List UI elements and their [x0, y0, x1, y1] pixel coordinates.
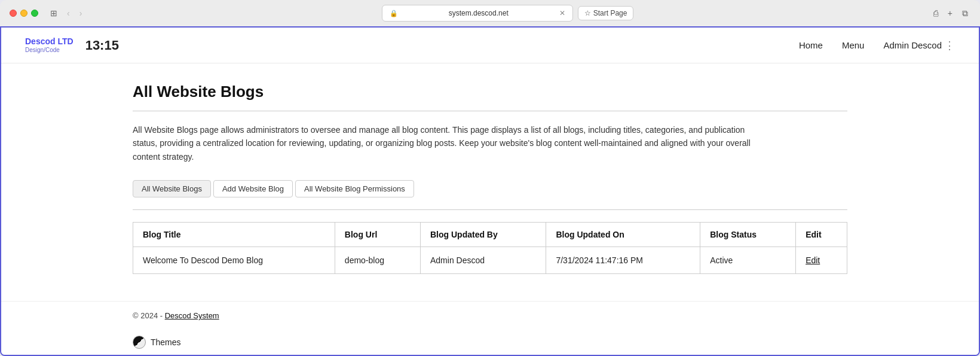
tab-all-blogs[interactable]: All Website Blogs	[133, 180, 211, 197]
site-footer: © 2024 - Descod System	[1, 301, 979, 330]
table-header: Blog Title Blog Url Blog Updated By Blog…	[133, 223, 847, 247]
lock-icon: 🔒	[390, 10, 398, 17]
nav-links: Home Menu Admin Descod ⋮	[799, 39, 955, 52]
back-button[interactable]: ‹	[65, 7, 72, 19]
browser-window: Descod LTD Design/Code 13:15 Home Menu A…	[0, 26, 980, 356]
star-icon: ☆	[584, 9, 591, 17]
site-logo: Descod LTD Design/Code	[25, 37, 74, 53]
browser-titlebar: ⊞ ‹ › 🔒 system.descod.net ✕ ☆ Start Page…	[0, 0, 980, 26]
nav-home[interactable]: Home	[799, 40, 823, 50]
page-description: All Website Blogs page allows administra…	[133, 123, 760, 163]
site-time: 13:15	[85, 38, 119, 53]
forward-button: ›	[77, 7, 85, 19]
col-blog-updated-by: Blog Updated By	[420, 223, 546, 247]
logo-name: Descod LTD	[25, 37, 74, 46]
new-tab-button[interactable]: +	[945, 7, 955, 19]
cell-blog-updated-on: 7/31/2024 11:47:16 PM	[546, 247, 700, 274]
start-page-button[interactable]: ☆ Start Page	[578, 6, 634, 20]
main-content: All Website Blogs All Website Blogs page…	[1, 63, 979, 301]
url-text: system.descod.net	[402, 9, 556, 17]
nav-admin-dots: ⋮	[944, 39, 955, 52]
col-blog-title: Blog Title	[133, 223, 335, 247]
footer-link[interactable]: Descod System	[165, 311, 219, 320]
site-navbar: Descod LTD Design/Code 13:15 Home Menu A…	[1, 28, 979, 63]
close-button[interactable]	[10, 10, 17, 17]
cell-blog-updated-by: Admin Descod	[420, 247, 546, 274]
extensions-button[interactable]: ⧉	[960, 7, 970, 20]
themes-label[interactable]: Themes	[151, 337, 181, 347]
edit-link[interactable]: Edit	[806, 255, 820, 265]
address-bar[interactable]: 🔒 system.descod.net ✕	[382, 5, 573, 22]
share-button[interactable]: ⎙	[931, 7, 941, 19]
start-page-label: Start Page	[593, 9, 627, 17]
col-blog-status: Blog Status	[700, 223, 796, 247]
tab-blog-permissions[interactable]: All Website Blog Permissions	[295, 180, 414, 197]
table-divider	[133, 209, 847, 210]
nav-admin-label: Admin Descod	[883, 40, 942, 50]
maximize-button[interactable]	[31, 10, 38, 17]
table-row: Welcome To Descod Demo Blog demo-blog Ad…	[133, 247, 847, 274]
browser-actions: ⎙ + ⧉	[931, 7, 970, 20]
address-bar-area: 🔒 system.descod.net ✕ ☆ Start Page	[91, 5, 923, 22]
tab-row: All Website Blogs Add Website Blog All W…	[133, 180, 847, 197]
browser-chrome: ⊞ ‹ › 🔒 system.descod.net ✕ ☆ Start Page…	[0, 0, 980, 26]
reload-icon[interactable]: ✕	[559, 9, 565, 17]
browser-controls: ⊞ ‹ ›	[48, 7, 84, 19]
cell-blog-title: Welcome To Descod Demo Blog	[133, 247, 335, 274]
logo-tagline: Design/Code	[25, 47, 74, 53]
cell-blog-status: Active	[700, 247, 796, 274]
cell-blog-edit[interactable]: Edit	[796, 247, 847, 274]
minimize-button[interactable]	[20, 10, 27, 17]
sidebar-toggle-button[interactable]: ⊞	[48, 7, 60, 19]
tab-add-blog[interactable]: Add Website Blog	[213, 180, 293, 197]
col-blog-edit: Edit	[796, 223, 847, 247]
page-divider	[133, 111, 847, 111]
footer-copyright: © 2024 -	[133, 311, 165, 320]
nav-menu[interactable]: Menu	[842, 40, 865, 50]
blog-table: Blog Title Blog Url Blog Updated By Blog…	[133, 222, 847, 274]
traffic-lights	[10, 10, 38, 17]
col-blog-url: Blog Url	[335, 223, 420, 247]
cell-blog-url: demo-blog	[335, 247, 420, 274]
nav-admin[interactable]: Admin Descod ⋮	[883, 39, 955, 52]
table-header-row: Blog Title Blog Url Blog Updated By Blog…	[133, 223, 847, 247]
table-body: Welcome To Descod Demo Blog demo-blog Ad…	[133, 247, 847, 274]
page-title: All Website Blogs	[133, 83, 847, 101]
col-blog-updated-on: Blog Updated On	[546, 223, 700, 247]
themes-bar: Themes	[1, 330, 979, 355]
themes-icon[interactable]	[133, 336, 146, 349]
